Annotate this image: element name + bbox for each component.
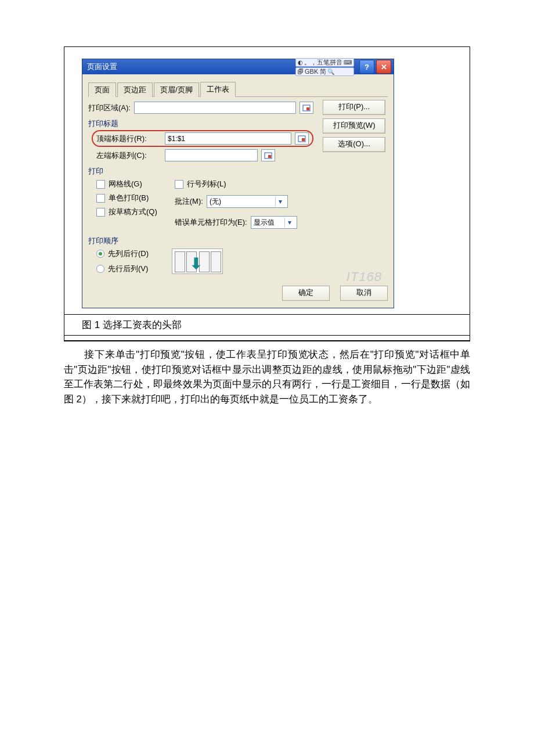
comments-label: 批注(M):: [175, 196, 203, 207]
checkbox-icon: [96, 194, 105, 203]
left-title-col-label: 左端标题列(C):: [96, 150, 161, 161]
print-order-section: 先列后行(D) 先行后列(V) ⬇: [96, 249, 313, 274]
ime-top-text: 。，五笔拼音: [304, 59, 342, 66]
close-icon: ✕: [381, 63, 387, 71]
figure-cell: 页面设置 ◐ 。，五笔拼音 ⌨ 🗐 GBK 简 🔍: [64, 47, 470, 315]
tab-page[interactable]: 页面: [88, 82, 116, 97]
help-button[interactable]: ?: [359, 60, 374, 74]
checkbox-icon: [96, 180, 105, 189]
close-button[interactable]: ✕: [376, 60, 391, 74]
input-value: $1:$1: [168, 135, 185, 143]
btn-label: 选项(O)...: [338, 139, 370, 148]
separator-row: [64, 336, 470, 341]
range-picker-icon[interactable]: [300, 102, 313, 114]
dialog-title: 页面设置: [87, 62, 117, 72]
left-title-col-input[interactable]: [165, 149, 258, 161]
chk-label: 单色打印(B): [109, 193, 149, 203]
dialog-footer: 确定 取消: [88, 286, 388, 301]
watermark: IT168: [347, 269, 382, 285]
checkbox-icon: [175, 180, 183, 189]
dialog-titlebar: 页面设置 ◐ 。，五笔拼音 ⌨ 🗐 GBK 简 🔍: [82, 59, 394, 74]
body-paragraph: 接下来单击"打印预览"按钮，使工作表呈打印预览状态，然后在"打印预览"对话框中单…: [64, 341, 470, 406]
radio-icon: [96, 250, 104, 258]
page-setup-dialog: 页面设置 ◐ 。，五笔拼音 ⌨ 🗐 GBK 简 🔍: [82, 59, 394, 308]
tab-label: 页眉/页脚: [160, 85, 193, 94]
range-picker-icon[interactable]: [295, 132, 309, 145]
btn-label: 打印(P)...: [338, 102, 370, 111]
range-picker-icon[interactable]: [261, 149, 275, 161]
options-button[interactable]: 选项(O)...: [323, 137, 385, 152]
print-titles-group-label: 打印标题: [88, 118, 313, 129]
dialog-body: 页面 页边距 页眉/页脚 工作表 打印(P)... 打印预览(W) 选项(O).…: [82, 74, 394, 308]
btn-label: 打印预览(W): [333, 121, 376, 129]
btn-label: 确定: [298, 288, 313, 297]
svg-rect-3: [302, 138, 305, 141]
left-title-col-row: 左端标题列(C):: [96, 149, 313, 161]
radio-row-first[interactable]: 先行后列(V): [96, 264, 149, 274]
comments-select[interactable]: (无) ▾: [207, 195, 288, 208]
checkbox-icon: [96, 208, 105, 217]
chevron-down-icon: ▾: [284, 218, 294, 227]
select-value: 显示值: [254, 218, 275, 228]
ime-row-top: ◐ 。，五笔拼音 ⌨: [295, 58, 354, 67]
print-area-input[interactable]: [134, 102, 296, 114]
tab-margins[interactable]: 页边距: [117, 82, 153, 97]
radio-icon: [96, 265, 104, 273]
order-illustration: ⬇: [172, 249, 223, 274]
checkbox-mono[interactable]: 单色打印(B): [96, 193, 157, 203]
tab-strip: 页面 页边距 页眉/页脚 工作表: [88, 81, 388, 97]
errors-row: 错误单元格打印为(E): 显示值 ▾: [175, 216, 297, 229]
chk-label: 行号列标(L): [187, 179, 226, 189]
radio-label: 先行后列(V): [108, 264, 148, 274]
document-frame: 页面设置 ◐ 。，五笔拼音 ⌨ 🗐 GBK 简 🔍: [64, 46, 470, 341]
side-buttons: 打印(P)... 打印预览(W) 选项(O)...: [323, 100, 385, 152]
tab-label: 工作表: [207, 85, 229, 93]
figure-caption: 图 1 选择工资表的头部: [64, 315, 470, 336]
select-value: (无): [210, 197, 221, 207]
print-order-label: 打印顺序: [88, 236, 313, 246]
errors-select[interactable]: 显示值 ▾: [251, 216, 297, 229]
print-area-row: 打印区域(A):: [88, 102, 313, 114]
tab-sheet[interactable]: 工作表: [200, 82, 236, 97]
help-icon: ?: [365, 63, 369, 71]
svg-rect-1: [306, 107, 309, 110]
errors-label: 错误单元格打印为(E):: [175, 217, 247, 228]
arrow-down-icon: ⬇: [190, 255, 203, 273]
ime-indicator: ◐ 。，五笔拼音 ⌨ 🗐 GBK 简 🔍: [295, 58, 354, 76]
ok-button[interactable]: 确定: [282, 286, 330, 301]
print-button[interactable]: 打印(P)...: [323, 100, 385, 115]
comments-row: 批注(M): (无) ▾: [175, 195, 297, 208]
keyboard-small-icon: ⌨: [344, 59, 352, 66]
checkbox-rowcol-headers[interactable]: 行号列标(L): [175, 179, 297, 189]
top-title-row-label: 顶端标题行(R):: [96, 134, 161, 144]
tab-header-footer[interactable]: 页眉/页脚: [154, 82, 199, 97]
tab-label: 页面: [95, 85, 110, 94]
top-title-row-highlight: 顶端标题行(R): $1:$1: [92, 130, 313, 147]
ime-dot-icon: ◐: [298, 59, 303, 66]
checkbox-draft[interactable]: 按草稿方式(Q): [96, 207, 157, 217]
btn-label: 取消: [356, 288, 371, 297]
left-column: 打印区域(A): 打印标题 顶端标题行(R): $1:$1: [88, 102, 313, 274]
chevron-down-icon: ▾: [275, 197, 285, 206]
chk-label: 按草稿方式(Q): [109, 207, 157, 217]
print-area-label: 打印区域(A):: [88, 103, 131, 113]
print-preview-button[interactable]: 打印预览(W): [323, 118, 385, 134]
print-options: 网格线(G) 单色打印(B) 按草稿方式(Q) 行号列标(L) 批注(M): (…: [96, 179, 313, 231]
checkbox-gridlines[interactable]: 网格线(G): [96, 179, 157, 189]
chk-label: 网格线(G): [109, 179, 142, 189]
tab-label: 页边距: [124, 85, 146, 94]
cancel-button[interactable]: 取消: [340, 286, 388, 301]
radio-col-first[interactable]: 先列后行(D): [96, 249, 149, 259]
print-group-label: 打印: [88, 166, 313, 177]
top-title-row-input[interactable]: $1:$1: [165, 132, 291, 145]
svg-rect-5: [268, 155, 271, 158]
radio-label: 先列后行(D): [108, 249, 149, 259]
